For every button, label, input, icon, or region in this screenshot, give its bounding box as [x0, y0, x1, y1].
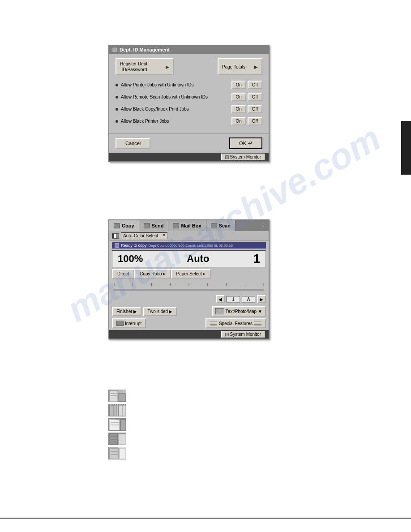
text-mode-icon: [215, 308, 224, 314]
icon-svg-2: [109, 404, 126, 416]
bottom-rule: [0, 518, 411, 519]
bottom-functions-row: Finisher ▶ Two-sided ▶ Text/Photo/Map ▼: [112, 306, 266, 317]
on-off-group-3: On Off: [231, 105, 263, 113]
svg-rect-18: [120, 448, 126, 459]
system-monitor-label-2: System Monitor: [230, 332, 261, 337]
copy-tabs: Copy Send Mail Box Scan →: [109, 220, 269, 231]
copy-panel: Copy Send Mail Box Scan → Auto-Color Sel…: [108, 219, 270, 339]
icon-box-2[interactable]: [108, 404, 126, 416]
finisher-button[interactable]: Finisher ▶: [112, 307, 141, 316]
system-monitor-button-1[interactable]: System Monitor: [221, 154, 265, 160]
finisher-label: Finisher: [116, 309, 133, 314]
interrupt-icon: [116, 321, 124, 326]
dropdown-arrow-icon: ▼: [162, 233, 166, 237]
slider-track[interactable]: [114, 289, 264, 291]
on-off-group-2: On Off: [231, 93, 263, 101]
slider-mark-3: |: [151, 282, 152, 286]
text-mode-button[interactable]: Text/Photo/Map ▼: [212, 306, 266, 317]
off-button-2[interactable]: Off: [248, 93, 262, 101]
ok-button[interactable]: OK ↵: [229, 137, 262, 149]
slider-mark-8: |: [244, 282, 245, 286]
option-row-1: Allow Printer Jobs with Unknown IDs On O…: [116, 81, 262, 89]
page-totals-label: Page Totals: [222, 64, 245, 69]
option-label-4: Allow Black Printer Jobs: [121, 119, 229, 124]
color-select-dropdown[interactable]: Auto-Color Select ▼: [121, 232, 167, 239]
text-mode-arrow-icon: ▼: [258, 309, 262, 314]
icon-item-3: [108, 418, 126, 431]
slider-value-mid: A: [242, 296, 255, 303]
two-sided-button[interactable]: Two-sided ▶: [143, 307, 177, 316]
on-button-2[interactable]: On: [231, 93, 246, 101]
slider-mark-4: |: [170, 282, 171, 286]
option-label-1: Allow Printer Jobs with Unknown IDs: [121, 82, 229, 87]
special-features-right-icon: [254, 321, 261, 326]
dialog-status-bar: System Monitor: [109, 153, 269, 161]
icon-svg-1: [109, 390, 126, 402]
slider-left-button[interactable]: ◀: [216, 295, 225, 303]
on-button-4[interactable]: On: [231, 117, 246, 125]
on-button-3[interactable]: On: [231, 105, 246, 113]
paper-select-button[interactable]: Paper Select ▶: [171, 269, 211, 279]
color-select-label: Auto-Color Select: [123, 233, 158, 238]
off-button-4[interactable]: Off: [248, 117, 262, 125]
copy-status-bar: Ready to copy Dept Count:00000/100 Count…: [112, 242, 266, 249]
option-label-2: Allow Remote Scan Jobs with Unknown IDs: [121, 94, 229, 99]
monitor-icon-1: [225, 155, 229, 159]
right-sidebar-bar: [401, 121, 411, 175]
tab-mailbox[interactable]: Mail Box: [168, 220, 206, 231]
icon-box-1[interactable]: [108, 390, 126, 402]
on-off-group-1: On Off: [231, 81, 263, 89]
icon-item-4: [108, 433, 126, 445]
option-row-3: Allow Black Copy/Inbox Print Jobs On Off: [116, 105, 262, 113]
copy-panel-status-bar: System Monitor: [109, 330, 269, 339]
icon-item-2: [108, 404, 126, 416]
register-dept-button[interactable]: Register Dept.ID/Password ▶: [116, 58, 174, 75]
off-button-1[interactable]: Off: [248, 81, 262, 89]
tab-scan-label: Scan: [219, 223, 231, 228]
off-button-3[interactable]: Off: [248, 105, 262, 113]
direct-button[interactable]: Direct: [112, 269, 134, 279]
interrupt-row: Interrupt Special Features: [112, 318, 266, 328]
tab-send-label: Send: [152, 223, 164, 228]
ok-label: OK: [239, 141, 246, 146]
slider-mark-5: |: [188, 282, 189, 286]
icon-svg-5: [109, 447, 126, 459]
copy-tab-icon: [114, 223, 120, 228]
bullet-icon-3: [116, 108, 118, 111]
tab-send[interactable]: Send: [139, 220, 169, 231]
system-monitor-button-2[interactable]: System Monitor: [221, 331, 265, 338]
cancel-button[interactable]: Cancel: [116, 138, 150, 149]
special-features-button[interactable]: Special Features: [206, 318, 266, 328]
register-arrow-icon: ▶: [166, 64, 169, 69]
copies-display: 1: [253, 252, 260, 266]
two-sided-label: Two-sided: [148, 309, 168, 314]
copy-functions-row: Direct Copy Ratio ▶ Paper Select ▶: [112, 269, 266, 279]
on-off-group-4: On Off: [231, 117, 263, 125]
icon-box-5[interactable]: [108, 447, 126, 459]
register-label: Register Dept.ID/Password: [120, 61, 149, 73]
send-tab-icon: [144, 223, 150, 228]
tab-scan[interactable]: Scan: [206, 220, 235, 231]
status-sub-text: Dept Count:00000/100 Count: Left:1.000 0…: [149, 244, 233, 248]
svg-rect-9: [120, 420, 126, 430]
icon-box-3[interactable]: [108, 418, 126, 431]
two-sided-arrow-icon: ▶: [169, 309, 172, 314]
special-features-left-icon: [210, 321, 217, 326]
scan-tab-icon: [211, 223, 217, 228]
bullet-icon-4: [116, 120, 118, 123]
tab-arrow-icon[interactable]: →: [255, 220, 269, 231]
dialog-footer: Cancel OK ↵: [109, 133, 269, 153]
copy-ratio-button[interactable]: Copy Ratio ▶: [134, 269, 171, 279]
tab-copy[interactable]: Copy: [109, 220, 139, 231]
paper-select-label: Paper Select: [176, 271, 202, 276]
on-button-1[interactable]: On: [231, 81, 246, 89]
interrupt-button[interactable]: Interrupt: [112, 318, 146, 328]
dialog-body: Register Dept.ID/Password ▶ Page Totals …: [109, 54, 269, 133]
icon-item-5: [108, 447, 126, 459]
color-select-bar: Auto-Color Select ▼: [109, 231, 269, 241]
dialog-title-icon: [112, 47, 117, 52]
dialog-top-row: Register Dept.ID/Password ▶ Page Totals …: [116, 58, 262, 75]
page-totals-button[interactable]: Page Totals ▶: [218, 58, 262, 75]
slider-right-button[interactable]: ▶: [257, 295, 266, 303]
icon-box-4[interactable]: [108, 433, 126, 445]
